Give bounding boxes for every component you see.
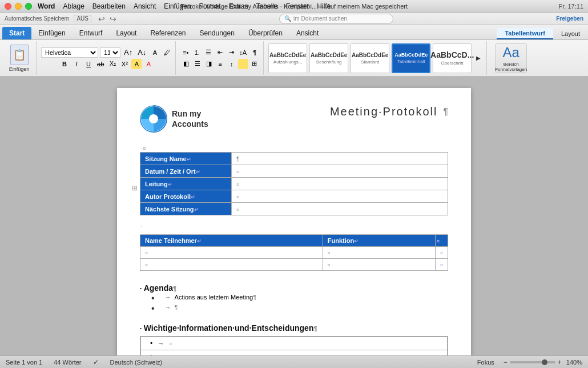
chevron-right-icon[interactable]: ▶	[474, 53, 483, 63]
decrease-indent-button[interactable]: ⇤	[215, 47, 225, 58]
superscript-button[interactable]: X²	[119, 59, 130, 69]
strikethrough-button[interactable]: ab	[95, 59, 106, 69]
border-button[interactable]: ⊞	[249, 59, 260, 69]
bullets-button[interactable]: ≡•	[180, 47, 191, 58]
participant-funktion-2[interactable]: ¤	[323, 259, 435, 271]
participants-data-row-2: ¤ ¤ ¤	[140, 259, 448, 271]
decisions-title-row: · Wichtige·Informationen·und·Entscheidun…	[140, 323, 448, 333]
underline-button[interactable]: U	[83, 59, 94, 69]
info-table: Sitzung Name↵ ¶ Datum / Zeit / Ort↵ ¤ Le…	[140, 152, 448, 215]
align-right-button[interactable]: ◨	[204, 59, 214, 69]
subscript-button[interactable]: X₂	[107, 59, 118, 69]
style-beschriftung-label: Beschriftung	[316, 59, 341, 65]
language-indicator[interactable]: Deutsch (Schweiz)	[110, 359, 163, 366]
tab-start[interactable]: Start	[2, 27, 31, 39]
justify-button[interactable]: ≡	[215, 59, 225, 69]
style-beschriftung[interactable]: AaBbCcDdEe Beschriftung	[309, 43, 348, 73]
style-aufzahlung[interactable]: AaBbCcDdEe Aufzählungs...	[268, 43, 307, 73]
logo-area: Run my Accounts	[140, 105, 208, 133]
increase-font-button[interactable]: A↑	[122, 47, 134, 58]
decrease-font-button[interactable]: A↓	[136, 47, 148, 58]
tab-layout-ctx[interactable]: Layout	[553, 28, 588, 39]
style-tabelleninhalt[interactable]: AaBbCcDdEe Tabelleninhalt	[392, 43, 430, 73]
doc-title-area: Meeting·Protokoll ¶	[330, 105, 448, 118]
status-right: Fokus − + 140%	[477, 358, 582, 366]
value-sitzung[interactable]: ¶	[232, 153, 448, 165]
zoom-in-icon[interactable]: +	[558, 358, 562, 366]
font-style-button[interactable]: A	[150, 47, 160, 58]
decisions-table: • → ¤ • → ¤	[140, 337, 448, 355]
text-highlight-button[interactable]: A	[131, 59, 142, 69]
menu-bearbeiten[interactable]: Bearbeiten	[92, 2, 126, 10]
style-aufzahlung-preview: AaBbCcDdEe	[269, 52, 306, 58]
status-bar: Seite 1 von 1 44 Wörter ✓ Deutsch (Schwe…	[0, 355, 588, 368]
tab-einfugen[interactable]: Einfügen	[31, 27, 72, 39]
doc-header: Run my Accounts Meeting·Protokoll ¶	[140, 105, 448, 133]
value-nachste[interactable]: ¤	[232, 203, 448, 215]
bold-button[interactable]: B	[59, 59, 70, 69]
value-autor[interactable]: ¤	[232, 190, 448, 203]
para-row1: ≡• 1. ☰ ⇤ ⇥ ↕A ¶	[180, 47, 260, 58]
style-uberschrift-preview: AaBbCcD...	[430, 50, 474, 59]
align-center-button[interactable]: ☰	[192, 59, 203, 69]
tab-tabellentwurf[interactable]: Tabellentwurf	[497, 28, 553, 39]
paste-button[interactable]: 📋 Einfügen	[9, 45, 30, 72]
format-label: Bereich Formatvorlagen	[495, 62, 527, 72]
tab-layout[interactable]: Layout	[109, 27, 143, 39]
zoom-slider[interactable]	[510, 361, 555, 363]
zoom-control[interactable]: − + 140%	[504, 358, 582, 366]
zoom-out-icon[interactable]: −	[504, 358, 508, 366]
tab-ansicht[interactable]: Ansicht	[289, 27, 325, 39]
autosave-state[interactable]: AUS	[74, 15, 91, 22]
italic-button[interactable]: I	[71, 59, 82, 69]
styles-section: AaBbCcDdEe Aufzählungs... AaBbCcDdEe Bes…	[265, 41, 487, 75]
shading-button[interactable]	[238, 59, 248, 69]
datetime-display: Fr. 17:11	[559, 3, 583, 10]
focus-button[interactable]: Fokus	[477, 359, 494, 366]
close-button[interactable]	[5, 3, 11, 10]
col-extra: ¤	[435, 235, 448, 247]
decisions-cell-1[interactable]: • → ¤	[141, 337, 448, 350]
sort-button[interactable]: ↕A	[237, 47, 248, 58]
font-row2: B I U ab X₂ X² A A	[59, 59, 154, 69]
tab-referenzen[interactable]: Referenzen	[143, 27, 192, 39]
logo-icon	[140, 105, 167, 133]
redo-icon[interactable]: ↪	[110, 14, 116, 23]
numbering-button[interactable]: 1.	[192, 47, 202, 58]
font-name-select[interactable]: Helvetica	[41, 47, 98, 58]
add-table-icon[interactable]: ⊞	[132, 184, 138, 192]
bullet-1: •	[151, 294, 155, 303]
fullscreen-button[interactable]	[25, 3, 32, 10]
value-leitung[interactable]: ¤	[232, 178, 448, 190]
style-standard[interactable]: AaBbCcDdEe Standard	[351, 43, 389, 73]
participant-name-1[interactable]: ¤	[140, 247, 323, 259]
style-uberschrift[interactable]: AaBbCcD... Überschrift	[433, 43, 472, 73]
decisions-cell-2[interactable]: • → ¤	[141, 350, 448, 356]
decisions-table-wrap: • → ¤ • → ¤	[140, 336, 448, 355]
align-left-button[interactable]: ◧	[181, 59, 191, 69]
share-button[interactable]: Freigeben	[556, 15, 583, 22]
participant-funktion-1[interactable]: ¤	[323, 247, 435, 259]
font-color-button[interactable]: A	[143, 59, 154, 69]
bullet-2: •	[151, 304, 155, 313]
logo-text: Run my Accounts	[172, 109, 208, 129]
tab-uberprüfen[interactable]: Überprüfen	[241, 27, 289, 39]
font-size-select[interactable]: 11	[100, 47, 120, 58]
participant-name-2[interactable]: ¤	[140, 259, 323, 271]
increase-indent-button[interactable]: ⇥	[226, 47, 236, 58]
multilevel-button[interactable]: ☰	[203, 47, 214, 58]
clear-format-button[interactable]: 🖊	[162, 47, 172, 58]
format-vorlagen-button[interactable]: Aa Bereich Formatvorlagen	[495, 43, 527, 73]
line-spacing-button[interactable]: ↕	[227, 59, 237, 69]
tab-sendungen[interactable]: Sendungen	[192, 27, 241, 39]
minimize-button[interactable]	[15, 3, 22, 10]
menu-ablage[interactable]: Ablage	[63, 2, 84, 10]
pilcrow-button[interactable]: ¶	[249, 47, 260, 58]
participants-data-row-1: ¤ ¤ ¤	[140, 247, 448, 259]
menu-ansicht[interactable]: Ansicht	[134, 2, 156, 10]
value-datum[interactable]: ¤	[232, 165, 448, 178]
search-input[interactable]: 🔍 im Dokument suchen	[279, 14, 393, 24]
tab-entwurf[interactable]: Entwurf	[73, 27, 110, 39]
undo-icon[interactable]: ↩	[98, 14, 105, 23]
participant-extra-1: ¤	[435, 247, 448, 259]
